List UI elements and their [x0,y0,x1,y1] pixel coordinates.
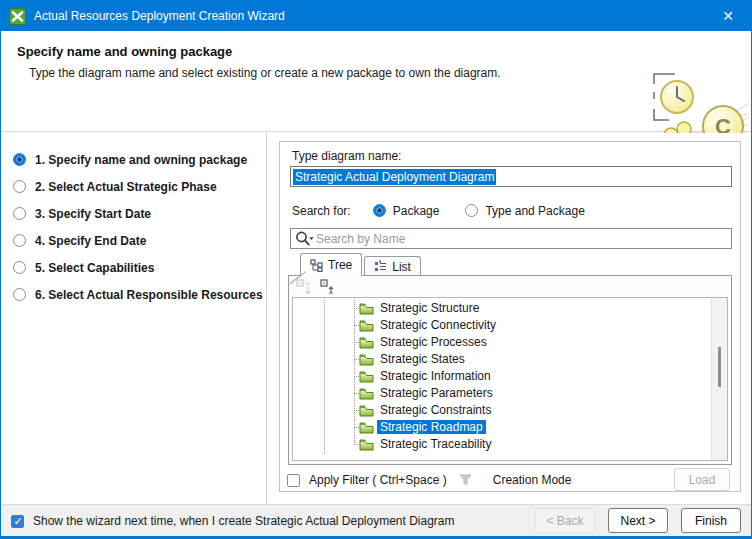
wizard-dialog: Actual Resources Deployment Creation Wiz… [0,0,752,539]
finish-button[interactable]: Finish [681,508,741,533]
search-option-type-and-package[interactable]: Type and Package [465,204,584,218]
expand-all-icon[interactable] [296,279,311,294]
step-2-label: 2. Select Actual Strategic Phase [35,180,217,194]
type-and-package-radio-label: Type and Package [485,204,584,218]
folder-icon [359,438,374,451]
content-panel: Type diagram name: Strategic Actual Depl… [266,133,751,504]
tree-scrollbar[interactable] [711,298,727,460]
tree-item-strategic-structure[interactable]: Strategic Structure [293,300,710,317]
wizard-steps-list: 1. Specify name and owning package 2. Se… [13,146,266,308]
package-radio-label: Package [393,204,440,218]
tree-item-strategic-parameters[interactable]: Strategic Parameters [293,385,710,402]
tree-item-strategic-constraints[interactable]: Strategic Constraints [293,402,710,419]
folder-icon [359,387,374,400]
tab-list[interactable]: List [364,256,421,276]
back-button[interactable]: < Back [535,508,595,533]
step-3-label: 3. Specify Start Date [35,207,151,221]
package-radio[interactable] [373,204,386,217]
search-field[interactable] [290,228,732,249]
search-option-package[interactable]: Package [373,204,440,218]
tree-icon [310,259,323,272]
next-button[interactable]: Next > [608,508,668,533]
tree-scrollbar-thumb[interactable] [718,347,721,387]
step-6-radio[interactable] [13,288,26,301]
tree-toolbar [296,279,335,294]
folder-icon [359,336,374,349]
folder-icon [359,404,374,417]
funnel-icon [459,474,472,486]
step-6-label: 6. Select Actual Responsible Resources [35,288,263,302]
folder-icon [359,370,374,383]
folder-icon [359,353,374,366]
step-5-radio[interactable] [13,261,26,274]
package-groupbox: Type diagram name: Strategic Actual Depl… [279,141,741,492]
list-icon [374,260,387,273]
load-button[interactable]: Load [674,468,730,491]
collapse-all-icon[interactable] [320,279,335,294]
tree-item-strategic-information[interactable]: Strategic Information [293,368,710,385]
close-button[interactable]: ✕ [705,1,751,31]
tree-rows: Strategic Structure Strategic Connectivi… [293,300,710,453]
step-4[interactable]: 4. Specify End Date [13,227,266,254]
diagram-name-input[interactable]: Strategic Actual Deployment Diagram [290,166,732,187]
tree-view-panel: Strategic Structure Strategic Connectivi… [288,275,732,465]
step-2-radio[interactable] [13,180,26,193]
step-2[interactable]: 2. Select Actual Strategic Phase [13,173,266,200]
tree-item-strategic-traceability[interactable]: Strategic Traceability [293,436,710,453]
step-6[interactable]: 6. Select Actual Responsible Resources [13,281,266,308]
step-1-radio[interactable] [13,153,26,166]
tree-item-strategic-processes[interactable]: Strategic Processes [293,334,710,351]
folder-icon [359,302,374,315]
footer-bar: Show the wizard next time, when I create… [1,504,751,536]
step-3-radio[interactable] [13,207,26,220]
tree-item-strategic-connectivity[interactable]: Strategic Connectivity [293,317,710,334]
diagram-name-value: Strategic Actual Deployment Diagram [293,169,496,185]
folder-icon [359,319,374,332]
tree-item-strategic-roadmap[interactable]: Strategic Roadmap [293,419,710,436]
show-wizard-checkbox[interactable] [11,515,24,528]
app-icon [9,8,26,25]
search-for-label: Search for: [292,204,351,218]
tab-tree-label: Tree [328,258,352,272]
steps-panel: 1. Specify name and owning package 2. Se… [1,133,266,504]
show-wizard-option[interactable]: Show the wizard next time, when I create… [11,514,455,528]
view-tabs: Tree List [300,253,423,276]
step-1-label: 1. Specify name and owning package [35,153,247,167]
step-4-label: 4. Specify End Date [35,234,146,248]
search-input[interactable] [315,230,731,247]
wizard-header: Specify name and owning package Type the… [1,31,751,132]
filter-row: Apply Filter ( Ctrl+Space ) Creation Mod… [287,469,571,491]
package-tree: Strategic Structure Strategic Connectivi… [292,297,728,461]
apply-filter-checkbox[interactable] [287,474,300,487]
page-title: Specify name and owning package [17,44,751,59]
step-1[interactable]: 1. Specify name and owning package [13,146,266,173]
window-title: Actual Resources Deployment Creation Wiz… [34,9,285,23]
footer-buttons: < Back Next > Finish [535,508,741,533]
magnifier-icon[interactable] [294,230,315,247]
folder-icon [359,421,374,434]
type-and-package-radio[interactable] [465,204,478,217]
creation-mode-label: Creation Mode [493,473,572,487]
step-5[interactable]: 5. Select Capabilities [13,254,266,281]
diagram-name-label: Type diagram name: [292,149,401,163]
tree-item-strategic-states[interactable]: Strategic States [293,351,710,368]
apply-filter-label: Apply Filter ( Ctrl+Space ) [309,473,447,487]
step-3[interactable]: 3. Specify Start Date [13,200,266,227]
tab-tree[interactable]: Tree [300,253,362,276]
title-bar: Actual Resources Deployment Creation Wiz… [1,1,751,31]
search-for-row: Search for: Package Type and Package [292,203,611,218]
tab-list-label: List [392,260,411,274]
step-4-radio[interactable] [13,234,26,247]
step-5-label: 5. Select Capabilities [35,261,154,275]
show-wizard-label: Show the wizard next time, when I create… [33,514,455,528]
